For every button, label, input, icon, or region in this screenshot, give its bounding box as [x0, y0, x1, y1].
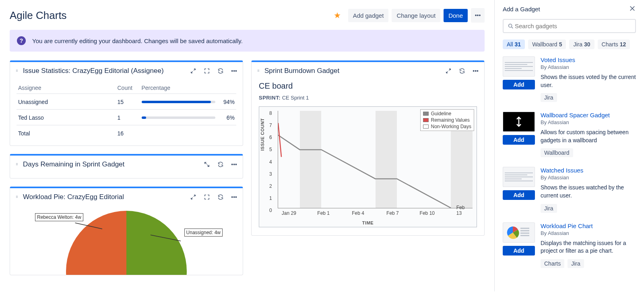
table-row: Ted Lasso 1 6%: [17, 110, 236, 125]
add-gadget-button[interactable]: Add gadget: [348, 9, 389, 22]
search-gadgets-wrap[interactable]: [503, 19, 636, 33]
add-gadget-button[interactable]: Add: [503, 80, 535, 89]
expand-icon[interactable]: [204, 161, 210, 168]
gadget-item: Add Wallboard Spacer Gadget By Atlassian…: [503, 112, 636, 157]
gadget-tag[interactable]: Wallboard: [541, 148, 573, 157]
gadget-thumbnail: [503, 112, 535, 132]
change-layout-button[interactable]: Change layout: [392, 9, 440, 22]
gadget-tag[interactable]: Charts: [541, 259, 564, 268]
gadget-title[interactable]: Watched Issues: [541, 167, 636, 174]
pie-slice-label: Unassigned: 4w: [184, 229, 223, 237]
gadget-title[interactable]: Workload Pie Chart: [541, 222, 636, 229]
gadget-tag[interactable]: Jira: [568, 259, 584, 268]
banner-text: You are currently editing your dashboard…: [32, 37, 243, 44]
count-cell: 15: [116, 94, 140, 110]
table-row: Unassigned 15 94%: [17, 94, 236, 110]
gadget-tag[interactable]: Jira: [541, 204, 557, 213]
gadget-item: Add Watched Issues By Atlassian Shows th…: [503, 167, 636, 212]
col-percentage: Percentage: [140, 82, 237, 94]
gadget-thumbnail: [503, 167, 535, 187]
assignee-cell: Ted Lasso: [17, 110, 116, 125]
search-icon: [508, 23, 514, 29]
widget-title: Days Remaining in Sprint Gadget: [23, 160, 204, 168]
refresh-icon[interactable]: [217, 194, 224, 200]
filter-pill[interactable]: All31: [503, 39, 525, 49]
search-gadgets-input[interactable]: [514, 22, 631, 30]
sprint-burndown-widget: ⠿ Sprint Burndown Gadget •••: [251, 60, 485, 236]
filter-pill[interactable]: Wallboard5: [528, 39, 566, 49]
add-gadget-button[interactable]: Add: [503, 190, 535, 200]
fullscreen-icon[interactable]: [204, 68, 210, 74]
gadget-item: Add Voted Issues By Atlassian Shows the …: [503, 56, 636, 102]
more-icon[interactable]: •••: [473, 68, 479, 74]
drag-handle-icon[interactable]: ⠿: [16, 69, 19, 73]
gadget-author: By Atlassian: [541, 175, 636, 181]
days-remaining-widget: ⠿ Days Remaining in Sprint Gadget •••: [10, 154, 243, 179]
svg-rect-3: [520, 228, 529, 229]
filter-pill[interactable]: Jira30: [569, 39, 594, 49]
done-button[interactable]: Done: [444, 9, 468, 22]
widget-title: Sprint Burndown Gadget: [264, 67, 445, 75]
percentage-label: 94%: [220, 99, 235, 105]
collapse-icon[interactable]: [445, 68, 452, 74]
x-axis-label: TIME: [362, 220, 374, 225]
gadget-description: Displays the matching issues for a proje…: [541, 239, 636, 255]
add-gadget-sidebar: Add a Gadget All31Wallboard5Jira30Charts…: [494, 0, 644, 291]
col-assignee: Assignee: [17, 82, 116, 94]
gadget-item: Add Workload Pie Chart By Atlassian Disp…: [503, 222, 636, 268]
y-axis-label: ISSUE COUNT: [260, 118, 265, 151]
chart-legend: Guideline Remaining Values Non-Working D…: [420, 109, 474, 131]
gadget-author: By Atlassian: [541, 119, 636, 125]
gadget-title[interactable]: Voted Issues: [541, 56, 636, 63]
issue-stats-table: Assignee Count Percentage Unassigned 15 …: [17, 82, 236, 141]
burndown-board: CE board: [259, 81, 477, 91]
gadget-tag[interactable]: Jira: [541, 93, 557, 102]
burndown-chart: Guideline Remaining Values Non-Working D…: [259, 106, 477, 227]
pie-slice-label: Rebecca Welton: 4w: [35, 213, 83, 221]
assignee-cell: Unassigned: [17, 94, 116, 110]
col-count: Count: [116, 82, 140, 94]
gadget-author: By Atlassian: [541, 64, 636, 70]
add-gadget-button[interactable]: Add: [503, 135, 535, 145]
percentage-label: 6%: [220, 114, 235, 121]
fullscreen-icon[interactable]: [204, 194, 210, 200]
percentage-bar: [142, 116, 216, 119]
help-icon: ?: [17, 36, 26, 45]
total-count: 16: [116, 125, 140, 141]
burndown-sprint: SPRINT: CE Sprint 1: [259, 95, 477, 101]
more-actions-button[interactable]: •••: [471, 8, 485, 23]
sidebar-title: Add a Gadget: [503, 6, 629, 12]
refresh-icon[interactable]: [217, 68, 224, 74]
page-title: Agile Charts: [10, 9, 67, 22]
collapse-icon[interactable]: [190, 68, 196, 74]
gadget-thumbnail: [503, 222, 535, 243]
pie-chart: Rebecca Welton: 4w Unassigned: 4w: [10, 206, 243, 275]
more-icon: •••: [475, 12, 481, 19]
gadget-description: Allows for custom spacing between gadget…: [541, 129, 636, 144]
widget-title: Issue Statistics: CrazyEgg Editorial (As…: [23, 67, 190, 75]
gadget-filters: All31Wallboard5Jira30Charts12: [503, 39, 636, 49]
star-icon[interactable]: ★: [334, 10, 341, 20]
svg-point-2: [509, 24, 512, 27]
close-icon[interactable]: [629, 5, 636, 13]
drag-handle-icon[interactable]: ⠿: [257, 69, 260, 73]
total-label: Total: [17, 125, 116, 141]
page-header: Agile Charts ★ Add gadget Change layout …: [10, 8, 485, 23]
percentage-bar: [142, 101, 216, 103]
gadget-description: Shows the issues voted by the current us…: [541, 73, 636, 89]
refresh-icon[interactable]: [459, 68, 465, 74]
collapse-icon[interactable]: [190, 194, 196, 200]
gadget-title[interactable]: Wallboard Spacer Gadget: [541, 112, 636, 118]
workload-pie-widget: ⠿ Workload Pie: CrazyEgg Editorial: [10, 187, 243, 275]
more-icon[interactable]: •••: [231, 194, 237, 200]
svg-rect-4: [520, 230, 529, 231]
widget-title: Workload Pie: CrazyEgg Editorial: [23, 193, 190, 201]
more-icon[interactable]: •••: [231, 161, 237, 168]
gadget-description: Shows the issues watched by the current …: [541, 184, 636, 199]
add-gadget-button[interactable]: Add: [503, 246, 535, 256]
drag-handle-icon[interactable]: ⠿: [16, 195, 19, 199]
drag-handle-icon[interactable]: ⠿: [16, 163, 19, 166]
filter-pill[interactable]: Charts12: [598, 39, 630, 49]
refresh-icon[interactable]: [217, 161, 224, 168]
more-icon[interactable]: •••: [231, 68, 237, 74]
